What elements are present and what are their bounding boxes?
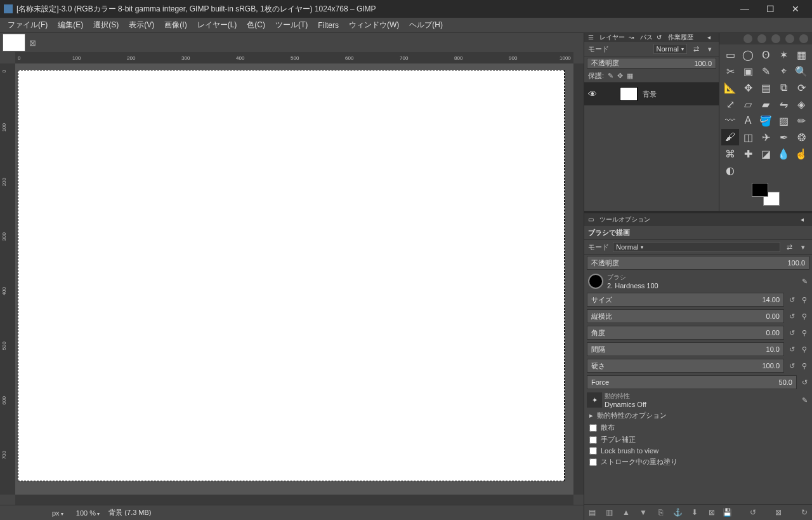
link-icon[interactable]: ⚲ xyxy=(799,328,809,338)
save-options-icon[interactable]: 💾 xyxy=(721,507,733,518)
brush-edit-icon[interactable]: ✎ xyxy=(799,276,809,286)
layer-group-icon[interactable]: ▥ xyxy=(603,507,615,518)
tool-paths[interactable]: ✎ xyxy=(757,63,775,79)
scrollbar-horizontal[interactable] xyxy=(15,495,573,505)
layers-tab-icon[interactable]: ☰ xyxy=(588,34,596,41)
canvas-viewport[interactable] xyxy=(15,63,573,495)
menu-colors[interactable]: 色(C) xyxy=(243,18,269,32)
tool-mypaint[interactable]: ❂ xyxy=(792,129,810,145)
lock-position-icon[interactable]: ✥ xyxy=(617,72,623,80)
menu-edit[interactable]: 編集(E) xyxy=(54,18,87,32)
tool-perspective[interactable]: ▰ xyxy=(757,96,775,112)
opt-scatter-check[interactable] xyxy=(589,424,597,432)
menu-window[interactable]: ウィンドウ(W) xyxy=(345,18,403,32)
channel-dot-icon[interactable] xyxy=(743,34,752,43)
tool-ellipse-select[interactable]: ◯ xyxy=(739,46,757,63)
visibility-toggle-icon[interactable]: 👁 xyxy=(588,89,597,99)
link-icon[interactable]: ⚲ xyxy=(799,295,809,305)
delete-options-icon[interactable]: ⊠ xyxy=(773,507,784,518)
opt-size-slider[interactable]: サイズ14.00 xyxy=(587,293,784,307)
lock-pixels-icon[interactable]: ✎ xyxy=(608,72,613,80)
layer-item[interactable]: 👁 背景 xyxy=(584,83,719,105)
menu-view[interactable]: 表示(V) xyxy=(125,18,158,32)
reset-icon[interactable]: ↺ xyxy=(787,328,797,338)
opt-hardness-slider[interactable]: 硬さ100.0 xyxy=(587,359,784,373)
opt-incremental-check[interactable] xyxy=(589,458,597,466)
menu-filters[interactable]: Filters xyxy=(314,20,343,31)
tool-heal[interactable]: ✚ xyxy=(739,145,757,162)
reset-icon[interactable]: ↺ xyxy=(787,311,797,321)
merge-layer-icon[interactable]: ⬇ xyxy=(689,507,700,518)
tool-options-tab-icon[interactable]: ▭ xyxy=(588,216,596,223)
opt-dynamics-options[interactable]: 動的特性のオプション xyxy=(597,411,667,420)
mode-swap-icon[interactable]: ⇄ xyxy=(784,242,794,252)
tool-free-select[interactable]: ʘ xyxy=(757,46,775,63)
opt-angle-slider[interactable]: 角度0.00 xyxy=(587,326,784,340)
close-button[interactable]: ✕ xyxy=(783,0,808,18)
undo-tab[interactable]: 作業履歴 xyxy=(668,33,693,42)
tool-move[interactable]: ✥ xyxy=(739,79,757,96)
ruler-vertical[interactable]: 0 100 200 300 400 500 600 700 xyxy=(0,63,15,495)
fg-color[interactable] xyxy=(752,183,768,197)
tool-eraser[interactable]: ◫ xyxy=(739,129,757,145)
channel-dot-icon[interactable] xyxy=(785,34,794,43)
link-icon[interactable]: ⚲ xyxy=(799,361,809,371)
layer-name[interactable]: 背景 xyxy=(643,90,657,99)
mode-chevron-icon[interactable]: ▾ xyxy=(798,242,808,252)
tool-rotate[interactable]: ⟳ xyxy=(792,79,810,96)
dock-menu-icon[interactable]: ◂ xyxy=(707,34,715,41)
tool-pencil[interactable]: ✏ xyxy=(792,112,810,129)
mode-chevron-icon[interactable]: ▾ xyxy=(705,44,715,54)
scrollbar-vertical[interactable] xyxy=(573,63,584,495)
tool-crop[interactable]: ⧉ xyxy=(775,79,792,96)
opt-force-slider[interactable]: Force50.0 xyxy=(587,375,797,389)
paths-tab[interactable]: パス xyxy=(640,33,653,42)
dynamics-edit-icon[interactable]: ✎ xyxy=(799,395,809,405)
menu-image[interactable]: 画像(I) xyxy=(160,18,190,32)
tool-scale[interactable]: ⤢ xyxy=(721,96,739,112)
tool-options-tab[interactable]: ツールオプション xyxy=(599,215,650,224)
delete-layer-icon[interactable]: ⊠ xyxy=(706,507,717,518)
maximize-button[interactable]: ☐ xyxy=(757,0,783,18)
expand-icon[interactable]: ▸ xyxy=(589,411,593,420)
mode-swap-icon[interactable]: ⇄ xyxy=(691,44,701,54)
lower-layer-icon[interactable]: ▼ xyxy=(638,507,649,518)
channel-dot-icon[interactable] xyxy=(799,34,808,43)
reset-icon[interactable]: ↺ xyxy=(787,361,797,371)
tool-ink[interactable]: ✒ xyxy=(775,129,792,145)
tool-airbrush[interactable]: ✈ xyxy=(757,129,775,145)
menu-select[interactable]: 選択(S) xyxy=(89,18,122,32)
reset-icon[interactable]: ↺ xyxy=(787,295,797,305)
tool-bucket[interactable]: 🪣 xyxy=(757,112,775,129)
menu-file[interactable]: ファイル(F) xyxy=(4,18,51,32)
tool-color-picker[interactable]: ⌖ xyxy=(775,63,792,79)
reset-icon[interactable]: ↺ xyxy=(799,377,809,387)
opt-spacing-slider[interactable]: 間隔10.0 xyxy=(587,342,784,356)
paths-tab-icon[interactable]: ↝ xyxy=(629,34,636,41)
layer-thumbnail[interactable] xyxy=(620,87,638,101)
tool-align[interactable]: ▤ xyxy=(757,79,775,96)
tool-blur[interactable]: 💧 xyxy=(775,145,792,162)
status-unit-select[interactable]: px xyxy=(48,508,67,518)
tool-shear[interactable]: ▱ xyxy=(739,96,757,112)
tool-dodge[interactable]: ◐ xyxy=(721,162,739,178)
opt-smooth-check[interactable] xyxy=(589,436,597,444)
dock-menu-icon[interactable]: ◂ xyxy=(801,216,808,223)
tool-zoom[interactable]: 🔍 xyxy=(792,63,810,79)
layers-tab[interactable]: レイヤー xyxy=(599,33,625,42)
duplicate-layer-icon[interactable]: ⎘ xyxy=(655,507,666,518)
minimize-button[interactable]: — xyxy=(732,0,757,18)
anchor-layer-icon[interactable]: ⚓ xyxy=(672,507,683,518)
tool-perspective-clone[interactable]: ◪ xyxy=(757,145,775,162)
channel-dot-icon[interactable] xyxy=(757,34,766,43)
opt-brush-value[interactable]: 2. Hardness 100 xyxy=(607,282,797,290)
tool-text[interactable]: A xyxy=(739,112,757,129)
channel-dot-icon[interactable] xyxy=(771,34,780,43)
reset-icon[interactable]: ↺ xyxy=(787,344,797,354)
tool-cage[interactable]: ◈ xyxy=(792,96,810,112)
tool-by-color-select[interactable]: ▦ xyxy=(792,46,810,63)
lock-alpha-icon[interactable]: ▦ xyxy=(627,72,633,80)
raise-layer-icon[interactable]: ▲ xyxy=(620,507,632,518)
tool-flip[interactable]: ⇋ xyxy=(775,96,792,112)
restore-options-icon[interactable]: ↺ xyxy=(747,507,759,518)
